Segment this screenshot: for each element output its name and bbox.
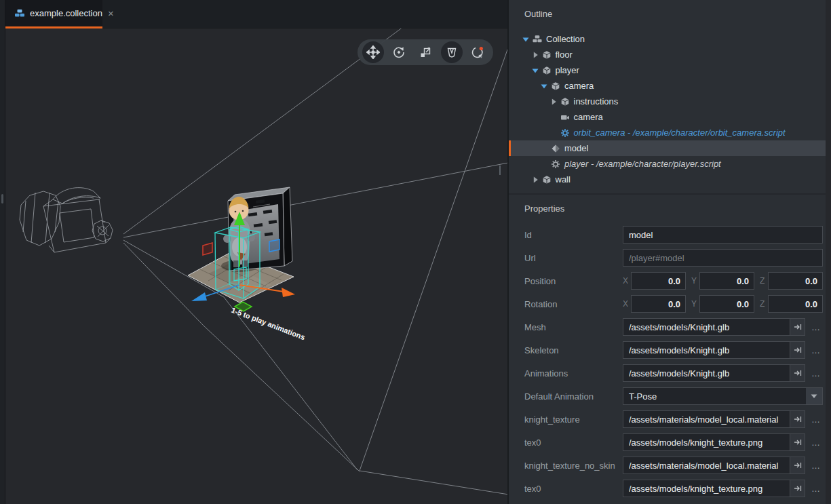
wireframe-camera-model	[20, 188, 113, 252]
id-input[interactable]	[623, 226, 823, 244]
tex0-11-resource-input[interactable]	[623, 480, 790, 497]
open-resource-icon	[794, 461, 802, 469]
outline-item-player[interactable]: player - /example/character/player.scrip…	[509, 156, 831, 172]
selected-value: T-Pose	[623, 391, 806, 402]
browse-resource-button[interactable]: …	[809, 345, 823, 355]
gizmo-arrow-x[interactable]	[191, 292, 207, 301]
selection-accent-bar	[509, 31, 511, 47]
frustum-tool-icon	[445, 45, 459, 59]
rotate-tool-button[interactable]	[388, 41, 410, 63]
open-resource-button[interactable]	[790, 364, 805, 382]
open-resource-button[interactable]	[790, 318, 805, 336]
open-resource-button[interactable]	[790, 480, 805, 497]
chevron-collapsed-icon[interactable]	[550, 98, 557, 105]
chevron-expanded-icon[interactable]	[532, 67, 539, 74]
chevron-collapsed-icon[interactable]	[532, 52, 539, 58]
collection-tab-icon	[14, 9, 25, 18]
browse-resource-button[interactable]: …	[809, 414, 823, 425]
chevron-expanded-icon[interactable]	[522, 36, 529, 43]
tab-example-collection[interactable]: example.collection ×	[5, 0, 102, 28]
animations-resource-input[interactable]	[623, 364, 790, 382]
gizmo-plane-x[interactable]	[203, 243, 212, 255]
property-label-tex0-9: tex0	[524, 438, 623, 448]
knight-texture-no-skin-resource-input[interactable]	[623, 457, 790, 474]
property-label-tex0-11: tex0	[524, 484, 623, 494]
gizmo-toolbar	[357, 39, 493, 65]
scale-tool-button[interactable]	[414, 41, 436, 63]
rotation-x-input[interactable]	[631, 295, 686, 313]
chevron-down-icon	[811, 393, 817, 399]
cube-icon	[542, 66, 552, 75]
property-row-position: PositionXYZ	[524, 272, 823, 290]
script-icon	[551, 159, 560, 169]
property-label-mesh: Mesh	[524, 322, 623, 332]
outline-item-label: wall	[556, 174, 571, 185]
open-resource-icon	[794, 369, 802, 377]
property-row-animations: Animations…	[524, 364, 823, 382]
open-resource-button[interactable]	[790, 433, 805, 451]
browse-resource-button[interactable]: …	[809, 368, 823, 379]
outline-item-floor[interactable]: floor	[509, 47, 831, 62]
skeleton-resource-input[interactable]	[623, 341, 790, 359]
chevron-expanded-icon[interactable]	[541, 83, 547, 90]
open-resource-button[interactable]	[790, 341, 805, 359]
rotation-y-input[interactable]	[699, 295, 754, 313]
dropdown-button[interactable]	[806, 388, 822, 404]
position-z-input[interactable]	[768, 272, 823, 290]
position-x-input[interactable]	[631, 272, 686, 290]
property-row-rotation: RotationXYZ	[524, 295, 823, 313]
outline-item-camera[interactable]: camera	[509, 109, 831, 125]
scene-viewport[interactable]: 1-5 to play animations	[5, 28, 507, 504]
orbit-tool-button[interactable]	[467, 41, 488, 63]
property-label-rotation: Rotation	[524, 299, 623, 309]
selection-accent-bar	[509, 172, 511, 187]
camera-frustum-lines	[123, 28, 507, 495]
properties-form: IdUrlPositionXYZRotationXYZMesh…Skeleton…	[509, 226, 831, 497]
browse-resource-button[interactable]: …	[809, 484, 823, 494]
selection-accent-bar	[509, 109, 511, 125]
knight-texture-resource-input[interactable]	[623, 410, 790, 428]
outline-item-instructions[interactable]: instructions	[509, 94, 831, 109]
rotation-z-input[interactable]	[768, 295, 823, 313]
gizmo-arrow-z[interactable]	[282, 288, 295, 297]
outline-item-player[interactable]: player	[509, 62, 831, 78]
property-label-url: Url	[524, 253, 623, 263]
move-tool-button[interactable]	[362, 41, 384, 63]
frustum-tool-button[interactable]	[441, 41, 463, 63]
chevron-collapsed-icon[interactable]	[532, 176, 539, 183]
outline-item-label: floor	[556, 50, 573, 60]
tab-close-icon[interactable]: ×	[108, 8, 114, 18]
open-resource-button[interactable]	[790, 457, 805, 474]
script-icon	[560, 128, 570, 138]
viewport-canvas[interactable]: 1-5 to play animations	[5, 28, 507, 504]
gizmo-plane-z[interactable]	[269, 239, 279, 252]
collapsed-left-panel[interactable]	[0, 0, 5, 504]
browse-resource-button[interactable]: …	[809, 322, 823, 332]
default-animation-select[interactable]: T-Pose	[623, 387, 823, 405]
property-row-id: Id	[524, 226, 823, 244]
position-y-input[interactable]	[699, 272, 754, 290]
outline-item-label: orbit_camera - /example/character/orbit_…	[574, 128, 786, 138]
left-splitter-grip[interactable]	[1, 194, 3, 203]
panel-splitter-grip[interactable]	[499, 166, 501, 175]
outline-item-camera[interactable]: camera	[509, 78, 831, 94]
url-input[interactable]	[623, 249, 823, 267]
arrow-spacer	[550, 130, 557, 136]
outline-item-wall[interactable]: wall	[509, 172, 831, 187]
axis-label-y: Y	[691, 299, 699, 309]
axis-label-x: X	[623, 276, 631, 286]
mesh-resource-input[interactable]	[623, 318, 790, 336]
browse-resource-button[interactable]: …	[809, 461, 823, 471]
outline-item-model[interactable]: model	[509, 140, 831, 156]
tex0-9-resource-input[interactable]	[623, 433, 790, 451]
cube-icon	[542, 50, 552, 60]
selection-accent-bar	[509, 156, 511, 172]
property-label-knight-texture: knight_texture	[524, 414, 623, 425]
browse-resource-button[interactable]: …	[809, 438, 823, 448]
scale-tool-icon	[419, 45, 432, 59]
outline-item-collection[interactable]: Collection	[509, 31, 831, 47]
model-icon	[551, 144, 560, 153]
arrow-spacer	[550, 114, 557, 121]
outline-item-orbit-camera[interactable]: orbit_camera - /example/character/orbit_…	[509, 125, 831, 140]
open-resource-button[interactable]	[790, 410, 805, 428]
